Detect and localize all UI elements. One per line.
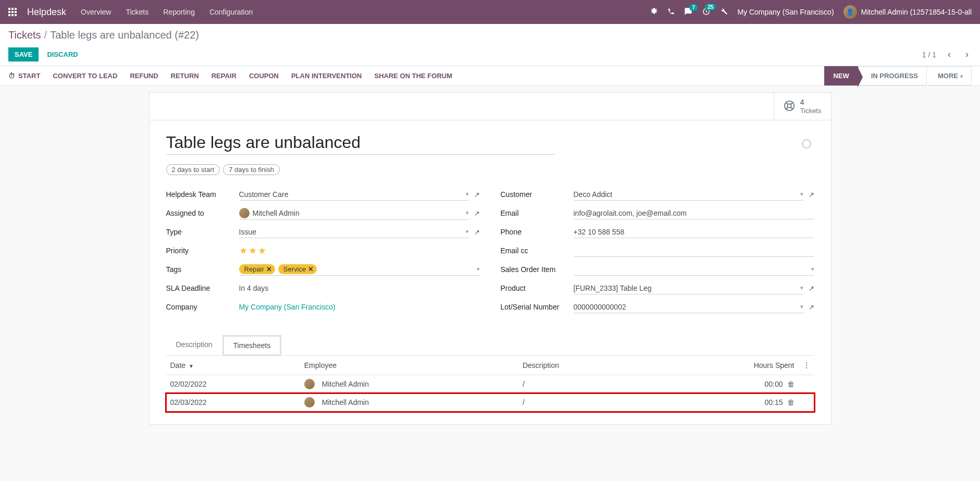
- cell-hours[interactable]: 00:00🗑: [652, 375, 798, 393]
- status-new-button[interactable]: NEW: [824, 66, 858, 85]
- nav-configuration[interactable]: Configuration: [209, 8, 253, 16]
- bug-icon[interactable]: [650, 7, 658, 17]
- cell-date[interactable]: 02/03/2022: [166, 393, 300, 412]
- status-in-progress-button[interactable]: IN PROGRESS: [858, 66, 927, 85]
- plan-intervention-button[interactable]: PLAN INTERVENTION: [291, 72, 362, 80]
- app-brand[interactable]: Helpdesk: [27, 7, 66, 18]
- return-button[interactable]: RETURN: [171, 72, 199, 80]
- nav-tickets[interactable]: Tickets: [126, 8, 148, 16]
- customer-field[interactable]: Deco Addict ▾: [574, 188, 803, 201]
- phone-field[interactable]: +32 10 588 558: [574, 226, 814, 238]
- timer-icon[interactable]: 25: [702, 7, 711, 17]
- finish-pill: 7 days to finish: [223, 164, 280, 175]
- nav-overview[interactable]: Overview: [81, 8, 111, 16]
- col-description[interactable]: Description: [518, 356, 652, 375]
- breadcrumb-parent[interactable]: Tickets: [8, 29, 41, 41]
- phone-label: Phone: [501, 228, 574, 236]
- tag-repair[interactable]: Repair✕: [239, 264, 275, 274]
- star-icon[interactable]: ★: [249, 245, 257, 256]
- cell-employee[interactable]: Mitchell Admin: [300, 375, 518, 393]
- dropdown-icon[interactable]: ▾: [800, 285, 803, 291]
- external-link-icon[interactable]: ↗: [809, 191, 814, 199]
- team-field[interactable]: Customer Care ▾: [239, 188, 469, 201]
- nav-reporting[interactable]: Reporting: [163, 8, 195, 16]
- action-bar: ⏱ START CONVERT TO LEAD REFUND RETURN RE…: [0, 66, 980, 86]
- save-button[interactable]: SAVE: [8, 47, 39, 61]
- dropdown-icon[interactable]: ▾: [477, 266, 480, 273]
- tag-remove-icon[interactable]: ✕: [308, 265, 314, 273]
- assigned-label: Assigned to: [166, 209, 239, 217]
- dropdown-icon[interactable]: ▾: [466, 209, 469, 216]
- sla-label: SLA Deadline: [166, 284, 239, 292]
- ticket-title-input[interactable]: [166, 133, 555, 155]
- sort-desc-icon: ▼: [189, 363, 194, 369]
- messages-icon[interactable]: 7: [684, 7, 692, 17]
- external-link-icon[interactable]: ↗: [474, 209, 480, 217]
- trash-icon[interactable]: 🗑: [787, 380, 795, 388]
- external-link-icon[interactable]: ↗: [809, 303, 814, 311]
- email-field[interactable]: info@agrolait.com, joe@email.com: [574, 207, 814, 219]
- dropdown-icon[interactable]: ▾: [800, 191, 803, 198]
- convert-to-lead-button[interactable]: CONVERT TO LEAD: [53, 72, 117, 80]
- col-hours[interactable]: Hours Spent: [652, 356, 798, 375]
- dropdown-icon[interactable]: ▾: [466, 228, 469, 235]
- dropdown-icon[interactable]: ▾: [811, 266, 814, 273]
- coupon-button[interactable]: COUPON: [249, 72, 279, 80]
- star-icon[interactable]: ★: [239, 245, 247, 256]
- product-field[interactable]: [FURN_2333] Table Leg ▾: [574, 282, 803, 294]
- breadcrumb-separator: /: [44, 29, 47, 41]
- col-actions[interactable]: ⋮: [799, 356, 814, 375]
- refund-button[interactable]: REFUND: [130, 72, 158, 80]
- cell-employee[interactable]: Mitchell Admin: [300, 393, 518, 412]
- type-field[interactable]: Issue ▾: [239, 226, 469, 238]
- apps-icon[interactable]: [8, 8, 17, 16]
- share-forum-button[interactable]: SHARE ON THE FORUM: [375, 72, 453, 80]
- status-more-button[interactable]: MORE▾: [927, 66, 972, 85]
- tickets-stat-button[interactable]: 4 Tickets: [774, 93, 831, 120]
- col-employee[interactable]: Employee: [300, 356, 518, 375]
- discard-button[interactable]: DISCARD: [41, 47, 84, 61]
- tab-timesheets[interactable]: Timesheets: [222, 335, 282, 356]
- external-link-icon[interactable]: ↗: [474, 191, 480, 199]
- external-link-icon[interactable]: ↗: [474, 228, 480, 236]
- tag-remove-icon[interactable]: ✕: [266, 265, 272, 273]
- dropdown-icon[interactable]: ▾: [800, 303, 803, 310]
- user-avatar-icon: 👤: [843, 5, 857, 19]
- star-icon[interactable]: ★: [258, 245, 266, 256]
- kanban-state-indicator[interactable]: [802, 139, 811, 149]
- col-date[interactable]: Date ▼: [166, 356, 300, 375]
- customer-label: Customer: [501, 190, 574, 199]
- caret-down-icon: ▾: [960, 73, 963, 79]
- sla-value: In 4 days: [239, 284, 269, 292]
- cell-hours[interactable]: 00:15🗑: [652, 393, 798, 412]
- cell-date[interactable]: 02/02/2022: [166, 375, 300, 393]
- breadcrumb-current: Table legs are unbalanced (#22): [50, 29, 199, 41]
- tools-icon[interactable]: [720, 7, 728, 17]
- priority-stars[interactable]: ★ ★ ★: [239, 245, 266, 256]
- tabs: Description Timesheets: [166, 335, 814, 356]
- pager-prev-icon[interactable]: ‹: [945, 49, 954, 60]
- external-link-icon[interactable]: ↗: [809, 285, 814, 292]
- repair-button[interactable]: REPAIR: [212, 72, 237, 80]
- tag-service[interactable]: Service✕: [278, 264, 317, 274]
- table-row[interactable]: 02/02/2022 Mitchell Admin / 00:00🗑: [166, 375, 814, 393]
- tab-description[interactable]: Description: [166, 335, 222, 356]
- pager-next-icon[interactable]: ›: [962, 49, 972, 60]
- cell-description[interactable]: /: [518, 393, 652, 412]
- tags-field[interactable]: Repair✕ Service✕ ▾: [239, 263, 480, 276]
- phone-icon[interactable]: [667, 8, 675, 17]
- cell-description[interactable]: /: [518, 375, 652, 393]
- lot-field[interactable]: 0000000000002 ▾: [574, 301, 803, 313]
- user-name: Mitchell Admin (12571854-15-0-all: [861, 8, 972, 16]
- company-selector[interactable]: My Company (San Francisco): [737, 8, 834, 16]
- emailcc-field[interactable]: [574, 244, 814, 257]
- sales-order-field[interactable]: ▾: [574, 263, 814, 276]
- trash-icon[interactable]: 🗑: [787, 398, 795, 406]
- user-menu[interactable]: 👤 Mitchell Admin (12571854-15-0-all: [843, 5, 972, 19]
- employee-avatar-icon: [304, 397, 315, 408]
- start-button[interactable]: ⏱ START: [8, 72, 40, 80]
- table-row[interactable]: 02/03/2022 Mitchell Admin / 00:15🗑: [166, 393, 814, 412]
- assigned-field[interactable]: Mitchell Admin ▾: [239, 207, 469, 220]
- company-link[interactable]: My Company (San Francisco): [239, 303, 336, 311]
- dropdown-icon[interactable]: ▾: [466, 191, 469, 198]
